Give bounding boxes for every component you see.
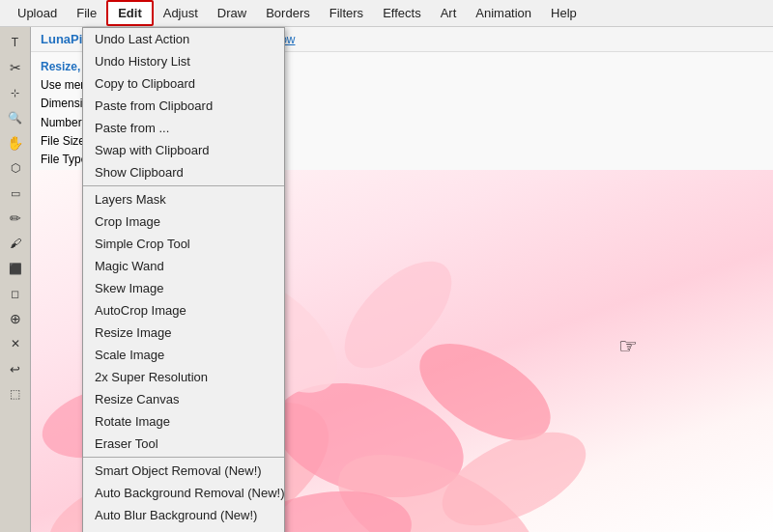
menu-skew-image[interactable]: Skew Image (83, 277, 284, 299)
menu-scale-image[interactable]: Scale Image (83, 344, 284, 366)
pencil-tool[interactable]: ✏ (3, 207, 28, 230)
menu-item-borders[interactable]: Borders (256, 2, 320, 24)
menu-crop-image[interactable]: Crop Image (83, 210, 284, 233)
edit-dropdown-menu: Undo Last Action Undo History List Copy … (82, 27, 285, 532)
select-tool[interactable]: ⊹ (3, 81, 28, 104)
menu-item-file[interactable]: File (67, 2, 106, 24)
menu-autocrop-image[interactable]: AutoCrop Image (83, 299, 284, 322)
menu-item-adjust[interactable]: Adjust (154, 2, 208, 24)
menu-smart-object[interactable]: Smart Object Removal (New!) (83, 460, 284, 482)
menu-show-clipboard[interactable]: Show Clipboard (83, 161, 284, 183)
menu-rotate-image[interactable]: Rotate Image (83, 410, 284, 433)
menu-resize-image[interactable]: Resize Image (83, 322, 284, 344)
menu-paste-from[interactable]: Paste from ... (83, 117, 284, 139)
crop-tool[interactable]: ✂ (3, 56, 28, 79)
divider2 (83, 457, 284, 458)
menu-simple-crop-tool[interactable]: Simple Crop Tool (83, 233, 284, 255)
menu-magic-wand[interactable]: Magic Wand (83, 255, 284, 277)
menu-item-draw[interactable]: Draw (208, 2, 256, 24)
menu-eraser-tool[interactable]: Eraser Tool (83, 433, 284, 455)
menu-item-help[interactable]: Help (541, 2, 587, 24)
menu-item-art[interactable]: Art (431, 2, 467, 24)
brush-tool[interactable]: 🖌 (3, 232, 28, 255)
rect-tool[interactable]: ▭ (3, 182, 28, 205)
erase-tool[interactable]: ◻ (3, 282, 28, 305)
menu-auto-pixelate[interactable]: Auto Pixelate Background (New!) (83, 526, 284, 532)
menu-swap-clipboard[interactable]: Swap with Clipboard (83, 139, 284, 161)
shape-tool[interactable]: ⬡ (3, 156, 28, 180)
cursor-hand: ☞ (618, 334, 638, 359)
text-tool[interactable]: T (3, 31, 28, 54)
menu-item-upload[interactable]: Upload (8, 2, 67, 24)
add-tool[interactable]: ⊕ (3, 307, 28, 330)
zoom-tool[interactable]: 🔍 (3, 106, 28, 129)
menu-copy-clipboard[interactable]: Copy to Clipboard (83, 72, 284, 95)
menu-item-animation[interactable]: Animation (466, 2, 541, 24)
menu-item-effects[interactable]: Effects (373, 2, 431, 24)
layer-tool[interactable]: ⬚ (3, 382, 28, 406)
menu-item-edit[interactable]: Edit (106, 0, 154, 26)
menu-paste-clipboard[interactable]: Paste from Clipboard (83, 95, 284, 117)
menu-undo-history-list[interactable]: Undo History List (83, 50, 284, 72)
undo-btn[interactable]: ↩ (3, 357, 28, 380)
menu-item-filters[interactable]: Filters (320, 2, 373, 24)
close-tool[interactable]: ✕ (3, 332, 28, 355)
fill-tool[interactable]: ⬛ (3, 257, 28, 280)
menu-auto-blur-bg[interactable]: Auto Blur Background (New!) (83, 504, 284, 526)
menu-super-resolution[interactable]: 2x Super Resolution (83, 366, 284, 388)
divider1 (83, 185, 284, 186)
menu-auto-bg-removal[interactable]: Auto Background Removal (New!) (83, 482, 284, 504)
pan-tool[interactable]: ✋ (3, 131, 28, 154)
menu-bar: Upload File Edit Adjust Draw Borders Fil… (0, 0, 773, 27)
left-toolbar: T ✂ ⊹ 🔍 ✋ ⬡ ▭ ✏ 🖌 ⬛ ◻ ⊕ ✕ ↩ ⬚ (0, 27, 31, 532)
menu-layers-mask[interactable]: Layers Mask (83, 188, 284, 210)
menu-undo-last-action[interactable]: Undo Last Action (83, 28, 284, 50)
menu-resize-canvas[interactable]: Resize Canvas (83, 388, 284, 410)
